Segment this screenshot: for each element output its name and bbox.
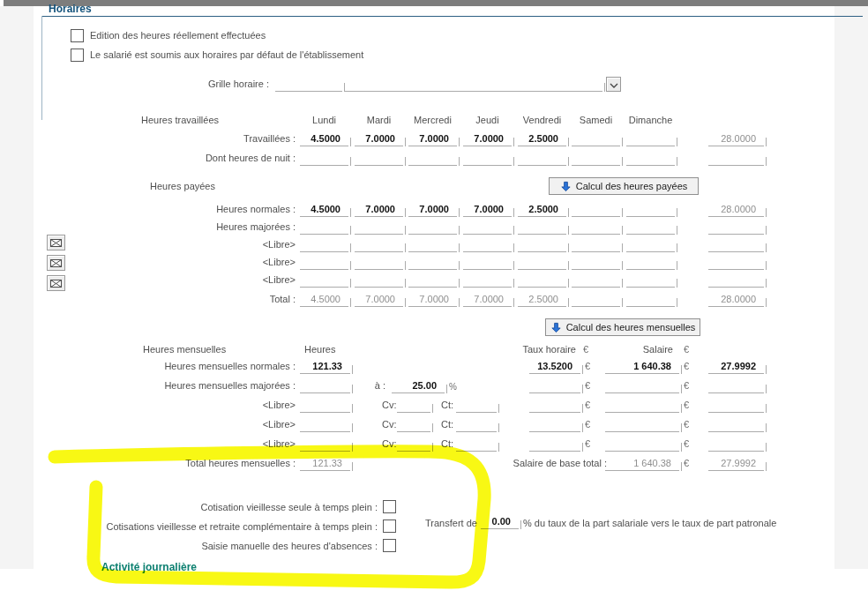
hm-majorees-coef-field[interactable] (708, 379, 764, 393)
day-hours-field[interactable] (518, 273, 566, 288)
hm-libre1-taux-field[interactable] (529, 399, 580, 413)
day-hours-field[interactable] (626, 293, 675, 307)
grille-horaire-code-field[interactable] (275, 78, 342, 92)
day-hours-field[interactable] (572, 293, 620, 307)
day-hours-field[interactable] (572, 132, 620, 146)
day-hours-field[interactable] (572, 221, 620, 235)
hm-libre2-taux-field[interactable] (529, 418, 580, 432)
day-hours-field[interactable] (463, 152, 512, 166)
day-hours-field[interactable]: 2.5000 (518, 132, 566, 146)
day-hours-field[interactable] (572, 273, 620, 288)
checkbox-cotisations-vieillesse-retraite[interactable] (383, 520, 396, 533)
day-hours-field[interactable]: 2.5000 (518, 293, 566, 307)
week-total-field[interactable]: 28.0000 (708, 132, 764, 146)
week-total-field[interactable]: 28.0000 (708, 203, 764, 217)
calcul-heures-mensuelles-button[interactable]: Calcul des heures mensuelles (545, 318, 700, 336)
grille-horaire-dropdown-button[interactable] (606, 77, 621, 92)
day-hours-field[interactable]: 2.5000 (518, 203, 566, 217)
day-hours-field[interactable] (355, 256, 403, 270)
hm-libre2-ct-field[interactable] (456, 418, 497, 432)
day-hours-field[interactable] (518, 238, 566, 252)
day-hours-field[interactable]: 7.0000 (463, 132, 512, 146)
day-hours-field[interactable] (626, 132, 675, 146)
day-hours-field[interactable] (626, 152, 675, 166)
hm-majorees-taux-field[interactable] (529, 379, 580, 393)
day-hours-field[interactable] (626, 273, 675, 288)
day-hours-field[interactable] (518, 256, 566, 270)
hm-libre1-coef-field[interactable] (708, 399, 764, 413)
hm-libre3-salaire-field[interactable] (605, 437, 679, 452)
week-total-field[interactable] (708, 256, 764, 270)
day-hours-field[interactable]: 4.5000 (300, 132, 348, 146)
hm-libre1-cv-field[interactable] (397, 399, 430, 413)
day-hours-field[interactable]: 7.0000 (408, 203, 457, 217)
hm-libre1-salaire-field[interactable] (605, 399, 679, 413)
day-hours-field[interactable]: 4.5000 (300, 203, 348, 217)
day-hours-field[interactable] (626, 256, 675, 270)
day-hours-field[interactable]: 7.0000 (408, 132, 457, 146)
week-total-field[interactable] (708, 152, 764, 166)
hm-libre3-coef-field[interactable] (708, 437, 764, 452)
day-hours-field[interactable] (355, 152, 403, 166)
hm-libre2-heures-field[interactable] (300, 418, 350, 432)
day-hours-field[interactable] (300, 238, 348, 252)
day-hours-field[interactable] (355, 221, 403, 235)
day-hours-field[interactable]: 7.0000 (463, 293, 512, 307)
hm-libre2-coef-field[interactable] (708, 418, 764, 432)
day-hours-field[interactable] (518, 221, 566, 235)
libre1-envelope-button[interactable] (47, 235, 65, 250)
week-total-field[interactable] (708, 273, 764, 288)
hm-libre1-heures-field[interactable] (300, 399, 350, 413)
checkbox-saisie-manuelle-absences[interactable] (383, 539, 396, 552)
hm-normales-coef-field[interactable]: 27.9992 (708, 360, 764, 374)
day-hours-field[interactable] (355, 273, 403, 288)
day-hours-field[interactable] (408, 221, 457, 235)
day-hours-field[interactable] (572, 152, 620, 166)
libre3-envelope-button[interactable] (47, 275, 65, 291)
calcul-heures-payees-button[interactable]: Calcul des heures payées (549, 177, 699, 195)
hm-libre2-salaire-field[interactable] (605, 418, 679, 432)
hm-majorees-heures-field[interactable] (300, 379, 350, 393)
hm-libre3-heures-field[interactable] (300, 437, 350, 452)
week-total-field[interactable] (708, 238, 764, 252)
day-hours-field[interactable] (463, 238, 512, 252)
libre2-envelope-button[interactable] (47, 255, 65, 271)
day-hours-field[interactable] (518, 152, 566, 166)
grille-horaire-name-field[interactable] (344, 78, 602, 92)
day-hours-field[interactable]: 7.0000 (355, 203, 403, 217)
day-hours-field[interactable] (572, 238, 620, 252)
day-hours-field[interactable] (300, 256, 348, 270)
day-hours-field[interactable] (463, 256, 512, 270)
day-hours-field[interactable]: 7.0000 (355, 132, 403, 146)
hm-libre1-ct-field[interactable] (456, 399, 497, 413)
day-hours-field[interactable] (463, 221, 512, 235)
checkbox-horaires-defaut[interactable] (71, 49, 84, 62)
hm-normales-heures-field[interactable]: 121.33 (300, 360, 350, 374)
day-hours-field[interactable] (463, 273, 512, 288)
total-heures-mensuelles-field[interactable]: 121.33 (300, 457, 350, 471)
day-hours-field[interactable] (626, 203, 675, 217)
hm-majorees-salaire-field[interactable] (605, 379, 679, 393)
hm-libre3-cv-field[interactable] (397, 437, 430, 452)
day-hours-field[interactable] (408, 238, 457, 252)
day-hours-field[interactable] (626, 238, 675, 252)
checkbox-edition-heures[interactable] (71, 29, 84, 42)
day-hours-field[interactable] (572, 203, 620, 217)
day-hours-field[interactable] (408, 273, 457, 288)
transfert-field[interactable]: 0.00 (481, 515, 519, 529)
day-hours-field[interactable]: 7.0000 (355, 293, 403, 307)
day-hours-field[interactable] (300, 221, 348, 235)
week-total-field[interactable] (708, 221, 764, 235)
day-hours-field[interactable]: 7.0000 (463, 203, 512, 217)
day-hours-field[interactable] (355, 238, 403, 252)
day-hours-field[interactable] (626, 221, 675, 235)
hm-libre3-taux-field[interactable] (529, 437, 580, 452)
hm-libre3-ct-field[interactable] (456, 437, 497, 452)
hm-majoration-field[interactable]: 25.00 (392, 379, 445, 393)
checkbox-cotisation-vieillesse-seule[interactable] (383, 500, 396, 513)
week-total-field[interactable]: 28.0000 (708, 293, 764, 307)
day-hours-field[interactable] (408, 256, 457, 270)
day-hours-field[interactable] (300, 152, 348, 166)
day-hours-field[interactable]: 7.0000 (408, 293, 457, 307)
day-hours-field[interactable]: 4.5000 (300, 293, 348, 307)
